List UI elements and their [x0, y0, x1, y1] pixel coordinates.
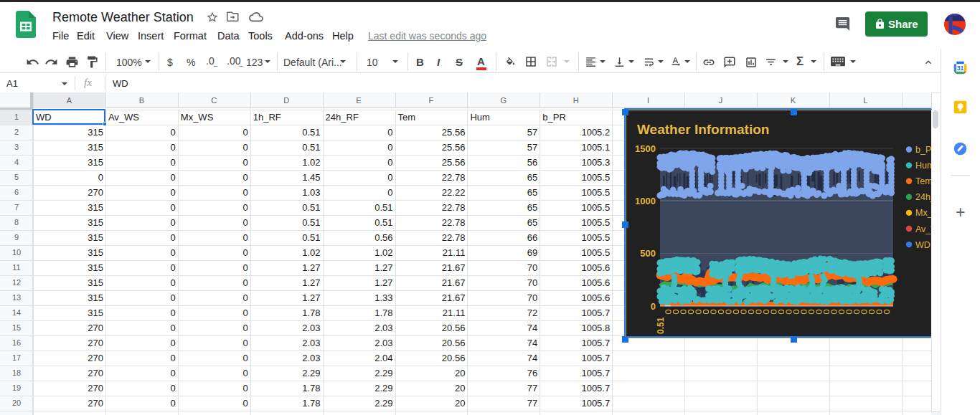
svg-text:b_PR: b_PR: [915, 145, 931, 155]
svg-text:500: 500: [640, 248, 656, 259]
svg-text:1500: 1500: [635, 143, 656, 154]
svg-text:Weather Information: Weather Information: [637, 122, 769, 137]
svg-text:1000: 1000: [635, 196, 656, 206]
svg-text:Mx_WS: Mx_WS: [915, 208, 931, 218]
svg-text:0: 0: [651, 301, 656, 312]
svg-text:WD: WD: [915, 240, 930, 250]
svg-text:0.51: 0.51: [656, 317, 666, 334]
svg-text:24h_RF: 24h_RF: [915, 192, 931, 202]
svg-text:Av_WS: Av_WS: [915, 224, 931, 234]
svg-text:Tem: Tem: [915, 176, 931, 186]
svg-text:Hum: Hum: [915, 161, 931, 171]
svg-text:31: 31: [957, 65, 964, 72]
